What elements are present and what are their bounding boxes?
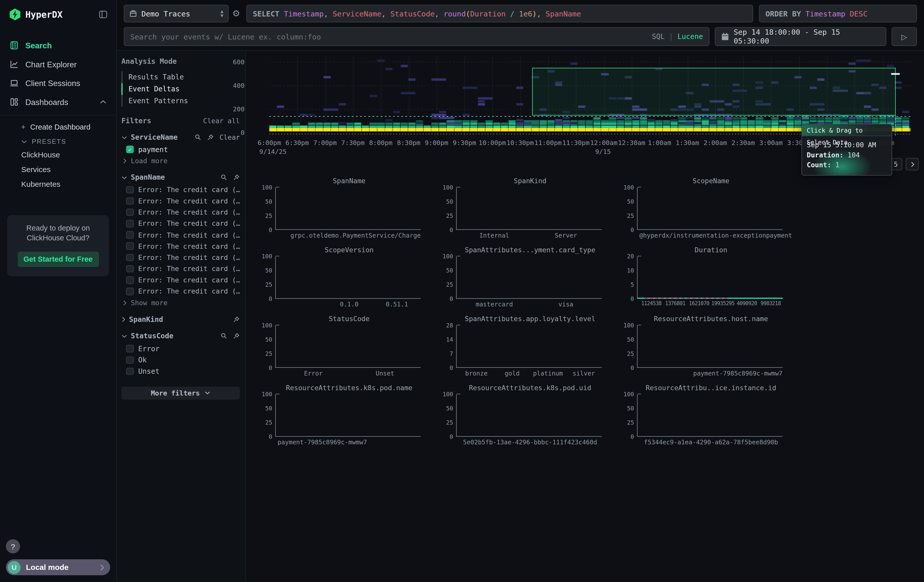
preset-kubernetes[interactable]: Kubernetes	[0, 177, 116, 191]
filter-option[interactable]: Error	[121, 343, 240, 354]
filter-option[interactable]: Error: The credit card (…	[121, 218, 240, 229]
sidebar-footer: ? U Local mode	[0, 539, 116, 582]
checkbox[interactable]	[126, 231, 133, 239]
filter-option-label: Error: The credit card (…	[138, 185, 240, 194]
filter-option[interactable]: Error: The credit card (…	[121, 195, 240, 207]
analysis-mode-event-patterns[interactable]: Event Patterns	[121, 95, 240, 107]
load-more-button[interactable]: Load more	[121, 155, 240, 165]
filter-option[interactable]: Error: The credit card (…	[121, 184, 240, 195]
pin-icon[interactable]	[233, 174, 240, 181]
sidebar-item-client-sessions[interactable]: Client Sessions	[0, 74, 116, 92]
filter-group-header[interactable]: SpanKind	[121, 315, 240, 324]
filter-option[interactable]: Error: The credit card (…	[121, 263, 240, 275]
select-clause-input[interactable]: SELECT Timestamp, ServiceName, StatusCod…	[246, 5, 753, 23]
selection-drag-handle[interactable]	[891, 73, 900, 75]
mini-chart[interactable]: StatusCode02550100ErrorUnset	[257, 315, 421, 381]
y-axis-tick: 100	[262, 253, 272, 260]
checkbox[interactable]	[126, 265, 133, 272]
y-axis-tick: 7	[450, 350, 453, 357]
search-icon[interactable]	[220, 333, 228, 340]
search-input[interactable]	[130, 32, 647, 41]
filter-option[interactable]: Error: The credit card (…	[121, 252, 240, 263]
sidebar-item-dashboards[interactable]: Dashboards	[0, 92, 116, 112]
preset-clickhouse[interactable]: ClickHouse	[0, 147, 116, 162]
mini-chart[interactable]: ScopeVersion025501000.1.00.51.1	[257, 246, 421, 312]
checkbox[interactable]	[126, 186, 133, 193]
checkbox[interactable]	[126, 242, 133, 250]
checkbox[interactable]	[126, 356, 133, 364]
gear-icon[interactable]: ⚙	[232, 8, 240, 19]
x-axis-tick: 7:30pm	[341, 139, 365, 147]
checkbox[interactable]	[126, 220, 133, 227]
filter-group-header[interactable]: StatusCode	[121, 332, 240, 340]
mini-chart[interactable]: ResourceAttributes.k8s.pod.uid025501005e…	[439, 384, 602, 450]
collapse-sidebar-icon[interactable]	[98, 10, 108, 19]
filter-option[interactable]: Error: The credit card (…	[121, 241, 240, 252]
code-token: ,	[435, 9, 444, 18]
filter-option-label: Error: The credit card (…	[138, 253, 240, 262]
get-started-button[interactable]: Get Started for Free	[17, 252, 99, 267]
mini-chart[interactable]: ResourceAttributes.k8s.pod.name02550100p…	[257, 384, 421, 450]
account-menu[interactable]: U Local mode	[6, 559, 110, 575]
filter-option[interactable]: Error: The credit card (…	[121, 229, 240, 241]
filter-group-header[interactable]: ServiceName Clear	[121, 133, 240, 142]
sidebar-item-label: Dashboards	[25, 97, 68, 106]
date-range-picker[interactable]: Sep 14 18:00:00 - Sep 15 05:30:00	[715, 27, 886, 46]
more-filters-button[interactable]: More filters	[121, 386, 240, 399]
mini-chart[interactable]: ResourceAttribu..ice.instance.id02550100…	[619, 384, 782, 450]
app-title: HyperDX	[25, 9, 94, 20]
preset-services[interactable]: Services	[0, 162, 116, 177]
presets-toggle[interactable]: PRESETS	[0, 134, 116, 147]
y-axis-tick: 25	[265, 213, 272, 219]
drag-selection-box[interactable]	[532, 68, 896, 115]
analysis-mode-results-table[interactable]: Results Table	[121, 71, 240, 83]
filter-option[interactable]: ✓payment	[121, 144, 240, 155]
mini-chart[interactable]: SpanAttributes...yment.card_type02550100…	[439, 246, 602, 312]
filter-option[interactable]: Error: The credit card (…	[121, 286, 240, 297]
checkbox[interactable]	[126, 208, 133, 216]
mini-chart[interactable]: SpanAttributes.app.loyalty.level071428br…	[439, 315, 602, 381]
checkbox[interactable]	[126, 197, 133, 205]
clear-all-button[interactable]: Clear all	[203, 117, 240, 125]
checkbox[interactable]	[126, 288, 133, 295]
mini-chart[interactable]: SpanName02550100grpc.oteldemo.PaymentSer…	[257, 177, 421, 243]
checkbox[interactable]	[126, 254, 133, 261]
filter-option-label: Unset	[138, 367, 159, 376]
help-button[interactable]: ?	[6, 539, 20, 553]
filter-option[interactable]: Unset	[121, 366, 240, 377]
checkbox[interactable]	[126, 345, 133, 352]
chart-title: ResourceAttributes.k8s.pod.uid	[459, 384, 602, 392]
search-icon[interactable]	[220, 174, 228, 181]
analysis-mode-event-deltas[interactable]: Event Deltas	[121, 83, 240, 95]
sidebar-item-search[interactable]: Search	[0, 36, 116, 55]
checkbox[interactable]	[126, 276, 133, 284]
y-axis-tick: 0	[450, 364, 453, 371]
pin-icon[interactable]	[233, 316, 240, 323]
create-dashboard-button[interactable]: + Create Dashboard	[0, 120, 116, 134]
tooltip-time: Sep 15 5:10:00 AM	[807, 140, 887, 150]
pin-icon[interactable]	[233, 333, 240, 340]
checkbox[interactable]	[126, 368, 133, 375]
x-axis-tick: payment	[766, 232, 792, 239]
pin-icon[interactable]	[207, 134, 214, 141]
filter-option[interactable]: Ok	[121, 354, 240, 366]
mini-chart[interactable]: ResourceAttributes.host.name02550100paym…	[619, 315, 782, 381]
next-page-button[interactable]	[906, 158, 919, 170]
orderby-clause-input[interactable]: ORDER BY Timestamp DESC	[759, 5, 917, 23]
run-query-button[interactable]: ▷	[892, 27, 917, 46]
filter-option[interactable]: Error: The credit card (…	[121, 275, 240, 286]
x-axis-tick: silver	[566, 369, 602, 376]
y-axis-tick: 100	[624, 391, 634, 397]
language-toggle[interactable]: SQL | Lucene	[652, 32, 703, 41]
clear-group-button[interactable]: Clear	[219, 133, 240, 142]
show-more-button[interactable]: Show more	[121, 297, 240, 307]
mini-chart[interactable]: Duration05102011245381376801162107019935…	[619, 246, 782, 312]
filter-group-header[interactable]: SpanName	[121, 173, 240, 182]
sidebar-item-chart-explorer[interactable]: Chart Explorer	[0, 55, 116, 74]
mini-chart[interactable]: SpanKind02550100InternalServer	[439, 177, 602, 243]
source-select[interactable]: Demo Traces ▲▼	[124, 5, 229, 23]
filter-option[interactable]: Error: The credit card (…	[121, 206, 240, 218]
mini-chart[interactable]: ScopeName02550100@hyperdx/instrumentatio…	[619, 177, 782, 243]
search-icon[interactable]	[195, 134, 202, 141]
checkbox[interactable]: ✓	[126, 146, 133, 153]
